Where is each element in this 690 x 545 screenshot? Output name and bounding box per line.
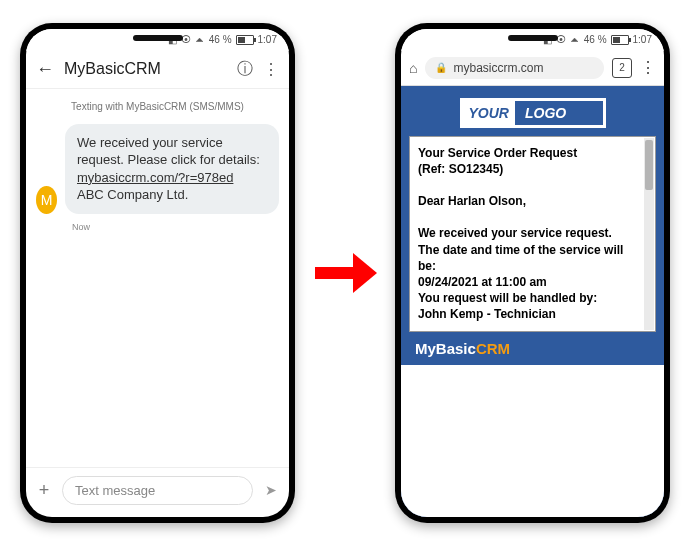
conversation-title: MyBasicCRM	[64, 60, 227, 78]
browser-menu-icon[interactable]: ⋮	[640, 58, 656, 77]
attach-icon[interactable]: +	[34, 480, 54, 501]
wifi-icon: ⦿	[181, 34, 191, 45]
signal-icon: ⏶	[195, 34, 205, 45]
brand-part1: MyBasic	[415, 340, 476, 357]
tabs-button[interactable]: 2	[612, 58, 632, 78]
webpage: YOUR LOGO Your Service Order Request (Re…	[401, 86, 664, 517]
browser-bar: ⌂ 🔒 mybasiccrm.com 2 ⋮	[401, 51, 664, 86]
content-body3: 09/24/2021 at 11:00 am	[418, 274, 635, 290]
nfc-icon: ◧	[543, 34, 552, 45]
content-body1: We received your service request.	[418, 225, 635, 241]
battery-icon	[611, 35, 629, 45]
more-menu-icon[interactable]: ⋮	[263, 60, 279, 79]
battery-text: 46 %	[209, 34, 232, 45]
message-sender: ABC Company Ltd.	[77, 187, 188, 202]
wifi-icon: ⦿	[556, 34, 566, 45]
company-logo: YOUR LOGO	[460, 98, 606, 128]
message-row: M We received your service request. Plea…	[26, 118, 289, 220]
compose-bar: + Text message ➤	[26, 467, 289, 513]
content-body5: John Kemp - Technician	[418, 306, 635, 322]
back-arrow-icon[interactable]: ←	[36, 59, 54, 80]
phone-right: ◧ ⦿ ⏶ 46 % 1:07 ⌂ 🔒 mybasiccrm.com 2 ⋮	[395, 23, 670, 523]
content-ref: (Ref: SO12345)	[418, 161, 635, 177]
phone-left: ◧ ⦿ ⏶ 46 % 1:07 ← MyBasicCRM ⓘ ⋮ Texting…	[20, 23, 295, 523]
compose-input[interactable]: Text message	[62, 476, 253, 505]
flow-arrow	[315, 253, 375, 293]
info-icon[interactable]: ⓘ	[237, 59, 253, 80]
conversation-label: Texting with MyBasicCRM (SMS/MMS)	[26, 89, 289, 118]
message-bubble[interactable]: We received your service request. Please…	[65, 124, 279, 214]
clock: 1:07	[633, 34, 652, 45]
content-panel: Your Service Order Request (Ref: SO12345…	[409, 136, 656, 332]
logo-part1: YOUR	[463, 101, 515, 125]
home-icon[interactable]: ⌂	[409, 60, 417, 76]
brand-footer: MyBasicCRM	[401, 332, 664, 365]
sms-header: ← MyBasicCRM ⓘ ⋮	[26, 51, 289, 89]
message-link[interactable]: mybasiccrm.com/?r=978ed	[77, 170, 233, 185]
send-icon[interactable]: ➤	[261, 482, 281, 498]
scroll-thumb[interactable]	[645, 140, 653, 190]
scroll-down-icon[interactable]: ▾	[644, 290, 664, 330]
content-title: Your Service Order Request	[418, 145, 635, 161]
brand-part2: CRM	[476, 340, 510, 357]
content-body4: You request will be handled by:	[418, 290, 635, 306]
battery-text: 46 %	[584, 34, 607, 45]
nfc-icon: ◧	[168, 34, 177, 45]
sender-avatar[interactable]: M	[36, 186, 57, 214]
message-timestamp: Now	[72, 222, 289, 232]
address-bar[interactable]: 🔒 mybasiccrm.com	[425, 57, 604, 79]
logo-part2: LOGO	[515, 101, 603, 125]
signal-icon: ⏶	[570, 34, 580, 45]
content-greeting: Dear Harlan Olson,	[418, 193, 635, 209]
message-text: We received your service request. Please…	[77, 135, 260, 168]
status-bar: ◧ ⦿ ⏶ 46 % 1:07	[26, 29, 289, 51]
url-text: mybasiccrm.com	[453, 61, 543, 75]
status-bar: ◧ ⦿ ⏶ 46 % 1:07	[401, 29, 664, 51]
content-body2: The date and time of the service will be…	[418, 242, 635, 274]
content-scrollbar[interactable]: ▴ ▾	[644, 138, 654, 330]
clock: 1:07	[258, 34, 277, 45]
battery-icon	[236, 35, 254, 45]
lock-icon: 🔒	[435, 62, 447, 73]
